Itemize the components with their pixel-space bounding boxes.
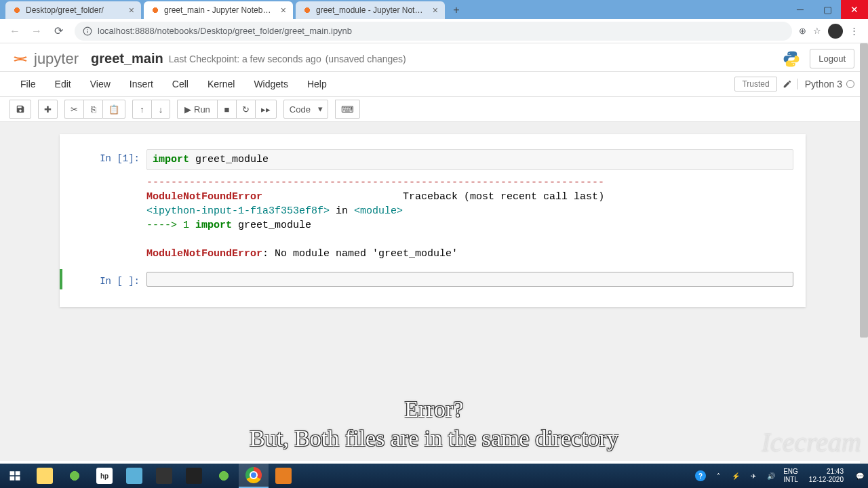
cell-type-select[interactable]: Code	[283, 100, 328, 119]
zoom-icon[interactable]: ⊕	[799, 26, 806, 36]
browser-tab[interactable]: Desktop/greet_folder/ ×	[5, 1, 141, 19]
scrollbar-thumb[interactable]	[860, 43, 868, 338]
volume-icon[interactable]: 🔊	[766, 470, 776, 481]
info-icon	[83, 26, 92, 36]
jupyter-favicon	[12, 5, 22, 15]
jupyter-favicon	[151, 5, 160, 15]
bookmark-icon[interactable]: ☆	[813, 26, 821, 36]
start-button[interactable]	[0, 464, 30, 488]
browser-tab-bar: Desktop/greet_folder/ × greet_main - Jup…	[0, 0, 868, 19]
battery-icon[interactable]: ⚡	[730, 470, 741, 481]
trusted-indicator[interactable]: Trusted	[734, 77, 776, 92]
menu-cell[interactable]: Cell	[163, 76, 198, 92]
window-maximize[interactable]: ▢	[814, 0, 841, 19]
language-indicator[interactable]: ENGINTL	[783, 468, 798, 484]
menu-kernel[interactable]: Kernel	[198, 76, 244, 92]
menu-widgets[interactable]: Widgets	[244, 76, 298, 92]
taskbar: hp ? ˄ ⚡ ✈ 🔊 ENGINTL 21:4312-12-2020 💬	[0, 464, 868, 488]
interrupt-button[interactable]: ■	[217, 100, 236, 119]
tab-title: greet_main - Jupyter Notebook	[164, 5, 275, 15]
close-icon[interactable]: ×	[433, 5, 438, 16]
restart-run-all-button[interactable]: ▸▸	[255, 100, 277, 119]
add-cell-button[interactable]: ✚	[38, 100, 58, 119]
browser-tab-active[interactable]: greet_main - Jupyter Notebook ×	[144, 1, 293, 19]
taskbar-app[interactable]	[269, 464, 298, 488]
url-text: localhost:8888/notebooks/Desktop/greet_f…	[98, 26, 352, 36]
svg-rect-5	[10, 476, 15, 481]
window-minimize[interactable]: ─	[787, 0, 814, 19]
new-tab-button[interactable]: +	[448, 1, 465, 19]
unsaved-indicator: (unsaved changes)	[326, 54, 406, 64]
menu-insert[interactable]: Insert	[120, 76, 163, 92]
code-cell-selected[interactable]: In [ ]:	[60, 269, 806, 289]
paste-button[interactable]: 📋	[102, 100, 125, 119]
taskbar-app[interactable]	[209, 464, 239, 488]
cut-button[interactable]: ✂	[64, 100, 83, 119]
reload-button[interactable]: ⟳	[49, 22, 68, 41]
move-down-button[interactable]: ↓	[151, 100, 170, 119]
window-close[interactable]: ✕	[841, 0, 868, 19]
save-button[interactable]	[9, 100, 31, 119]
tab-title: greet_module - Jupyter Notebo	[316, 5, 427, 15]
menu-icon[interactable]: ⋮	[850, 26, 859, 36]
url-field[interactable]: localhost:8888/notebooks/Desktop/greet_f…	[75, 22, 792, 41]
menubar: File Edit View Insert Cell Kernel Widget…	[0, 72, 865, 97]
taskbar-explorer[interactable]	[30, 464, 60, 488]
toolbar: ✚ ✂ ⎘ 📋 ↑ ↓ ▶ Run ■ ↻ ▸▸ Code ⌨	[0, 97, 865, 122]
close-icon[interactable]: ×	[129, 5, 134, 16]
notebook-body: In [1]: import greet_module ------------…	[0, 122, 865, 461]
run-button[interactable]: ▶ Run	[177, 100, 217, 119]
python-logo-icon	[783, 50, 800, 68]
command-palette-button[interactable]: ⌨	[335, 100, 360, 119]
scrollbar[interactable]	[860, 43, 868, 464]
close-icon[interactable]: ×	[281, 5, 286, 16]
cell-prompt: In [ ]:	[72, 272, 146, 287]
tab-title: Desktop/greet_folder/	[26, 5, 123, 15]
svg-rect-6	[16, 476, 20, 481]
code-input[interactable]	[146, 272, 793, 287]
taskbar-app[interactable]	[179, 464, 209, 488]
cell-prompt: In [1]:	[72, 149, 146, 261]
kernel-name[interactable]: Python 3	[797, 79, 854, 89]
kernel-status-icon	[846, 80, 854, 88]
help-icon[interactable]: ?	[695, 470, 706, 481]
pencil-icon[interactable]	[783, 79, 792, 89]
menu-edit[interactable]: Edit	[45, 76, 81, 92]
taskbar-hp[interactable]: hp	[90, 464, 119, 488]
notebook-header: jupyter greet_main Last Checkpoint: a fe…	[0, 43, 865, 72]
notifications-icon[interactable]: 💬	[854, 470, 865, 481]
taskbar-app[interactable]	[119, 464, 149, 488]
menu-file[interactable]: File	[11, 76, 45, 92]
code-input[interactable]: import greet_module	[146, 149, 793, 170]
taskbar-app[interactable]	[60, 464, 90, 488]
logout-button[interactable]: Logout	[810, 49, 854, 68]
restart-button[interactable]: ↻	[236, 100, 255, 119]
notebook-name[interactable]: greet_main	[91, 51, 163, 66]
jupyter-logo[interactable]: jupyter	[11, 49, 79, 68]
taskbar-app[interactable]	[149, 464, 179, 488]
checkpoint-text: Last Checkpoint: a few seconds ago	[169, 54, 321, 64]
jupyter-logo-icon	[11, 49, 30, 68]
address-bar: ← → ⟳ localhost:8888/notebooks/Desktop/g…	[0, 19, 868, 43]
profile-avatar[interactable]	[828, 24, 843, 39]
tray-chevron-icon[interactable]: ˄	[713, 470, 724, 481]
jupyter-favicon	[302, 5, 312, 15]
network-icon[interactable]: ✈	[748, 470, 759, 481]
svg-rect-4	[16, 471, 20, 475]
back-button[interactable]: ←	[5, 22, 24, 41]
clock[interactable]: 21:4312-12-2020	[805, 468, 848, 484]
copy-button[interactable]: ⎘	[83, 100, 102, 119]
menu-view[interactable]: View	[81, 76, 120, 92]
menu-help[interactable]: Help	[298, 76, 336, 92]
forward-button[interactable]: →	[27, 22, 46, 41]
code-cell[interactable]: In [1]: import greet_module ------------…	[60, 146, 806, 264]
browser-tab[interactable]: greet_module - Jupyter Notebo ×	[296, 1, 445, 19]
move-up-button[interactable]: ↑	[132, 100, 151, 119]
cell-output: ----------------------------------------…	[146, 170, 793, 261]
svg-rect-3	[10, 471, 15, 475]
taskbar-chrome[interactable]	[239, 464, 269, 488]
